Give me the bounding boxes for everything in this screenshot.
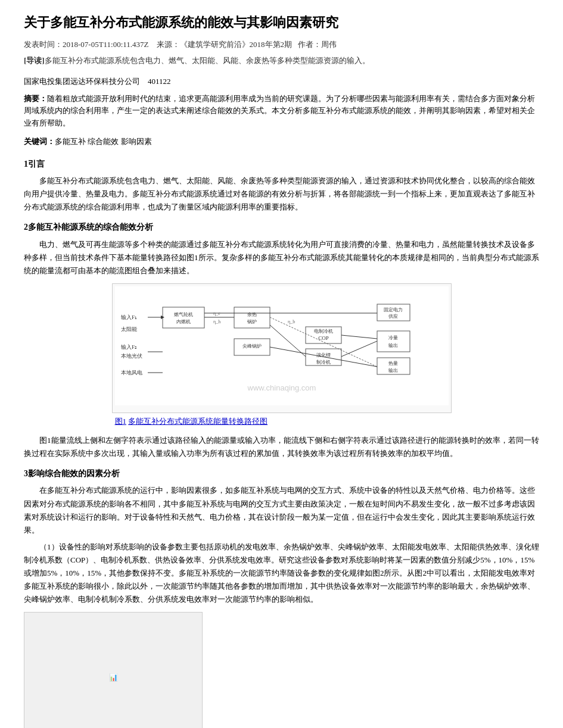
source-label: 来源：	[157, 40, 180, 49]
org-name: 国家电投集团远达环保科技分公司	[24, 77, 140, 86]
source: 《建筑学研究前沿》2018年第2期	[180, 40, 293, 49]
svg-text:制冷机: 制冷机	[316, 360, 331, 365]
svg-text:太阳能: 太阳能	[121, 326, 137, 332]
figure2-box: 📊	[24, 612, 203, 728]
keywords-label: 关键词：	[24, 137, 55, 146]
figure1-caption-prefix: 图1	[115, 417, 127, 426]
svg-text:η_e: η_e	[213, 311, 220, 316]
svg-text:η_h: η_h	[213, 319, 220, 324]
publish-time: 2018-07-05T11:00:11.437Z	[63, 40, 149, 49]
svg-text:输出: 输出	[388, 368, 398, 373]
svg-text:电制冷机: 电制冷机	[314, 329, 333, 334]
svg-text:尖峰锅炉: 尖峰锅炉	[242, 343, 262, 349]
figure2-placeholder: 📊	[109, 672, 118, 683]
svg-text:输入F₁: 输入F₁	[121, 314, 137, 320]
figure2-container: 📊 图2 多能互补系统设备参数与一次能源节约率（PES）的变化关系	[24, 612, 539, 728]
figure1-diagram: 输入F₁ 太阳能 输入F₂ 本地光伏 本地风电 燃气轮机 内燃机 余热 锅炉 尖…	[115, 286, 449, 405]
section2-figure-desc: 图1能量流线上侧和左侧字符表示通过该路径输入的能源量或输入功率，能流线下侧和右侧…	[24, 434, 539, 460]
section3-sub1: （1）设备性的影响对系统影响的设备参数主要包括原动机的发电效率、余热锅炉效率、尖…	[24, 540, 539, 606]
sub1-text: 设备性的影响对系统影响的设备参数主要包括原动机的发电效率、余热锅炉效率、尖峰锅炉…	[24, 542, 539, 604]
svg-text:余热: 余热	[247, 312, 257, 317]
svg-text:输入F₂: 输入F₂	[121, 344, 137, 350]
sub1-label: （1）	[39, 542, 59, 551]
author-label: 作者：	[298, 40, 321, 49]
abstract-section: 摘要：随着粗放式能源开放利用时代的结束，追求更高能源利用率成为当前的研究课题。为…	[24, 93, 539, 130]
meta-line: 发表时间：2018-07-05T11:00:11.437Z 来源：《建筑学研究前…	[24, 39, 539, 51]
guide-text: 多能互补分布式能源系统包含电力、燃气、太阳能、风能、余废热等多种类型能源资源的输…	[45, 56, 370, 65]
svg-text:www.chinaqing.com: www.chinaqing.com	[247, 383, 316, 392]
section2-title: 2多能互补能源系统的综合能效分析	[24, 221, 539, 234]
svg-text:热量: 热量	[388, 361, 398, 366]
guide-line: [导读]多能互补分布式能源系统包含电力、燃气、太阳能、风能、余废热等多种类型能源…	[24, 55, 539, 67]
figure1-container: 输入F₁ 太阳能 输入F₂ 本地光伏 本地风电 燃气轮机 内燃机 余热 锅炉 尖…	[24, 283, 539, 428]
section1-title: 1引言	[24, 158, 539, 171]
svg-text:输出: 输出	[388, 343, 398, 348]
publish-time-label: 发表时间：	[24, 40, 63, 49]
section2-paragraph: 电力、燃气及可再生能源等多个种类的能源通过多能互补分布式能源系统转化为用户可直接…	[24, 238, 539, 277]
svg-text:固定电力: 固定电力	[384, 307, 403, 313]
svg-text:η_b: η_b	[288, 319, 295, 324]
svg-text:燃气轮机: 燃气轮机	[174, 312, 193, 317]
figure1-box: 输入F₁ 太阳能 输入F₂ 本地光伏 本地风电 燃气轮机 内燃机 余热 锅炉 尖…	[112, 283, 452, 413]
svg-text:供应: 供应	[388, 314, 398, 319]
abstract-text: 随着粗放式能源开放利用时代的结束，追求更高能源利用率成为当前的研究课题。为了分析…	[24, 94, 535, 128]
figure1-caption: 图1 多能互补分布式能源系统能量转换路径图	[115, 415, 449, 428]
page-title: 关于多能互补分布式能源系统的能效与其影响因素研究	[24, 12, 539, 33]
svg-text:本地光伏: 本地光伏	[121, 353, 142, 359]
abstract-label: 摘要：	[24, 94, 47, 103]
section3-title: 3影响综合能效的因素分析	[24, 467, 539, 480]
section3-paragraph1: 在多能互补分布式能源系统的运行中，影响因素很多，如多能互补系统与电网的交互方式、…	[24, 484, 539, 536]
svg-text:内燃机: 内燃机	[176, 319, 191, 324]
author: 周伟	[321, 40, 337, 49]
org-line: 国家电投集团远达环保科技分公司 401122	[24, 76, 539, 88]
svg-text:本地风电: 本地风电	[121, 370, 142, 376]
svg-text:锅炉: 锅炉	[247, 319, 257, 324]
section1-paragraph: 多能互补分布式能源系统包含电力、燃气、太阳能、风能、余废热等多种类型能源资源的输…	[24, 174, 539, 214]
figure1-caption-main: 多能互补分布式能源系统能量转换路径图	[128, 417, 267, 426]
guide-prefix: [导读]	[24, 56, 45, 65]
org-code: 401122	[148, 77, 171, 86]
keywords-section: 关键词：多能互补 综合能效 影响因素	[24, 136, 539, 148]
keywords-items: 多能互补 综合能效 影响因素	[55, 137, 152, 146]
svg-text:冷量: 冷量	[388, 335, 398, 340]
